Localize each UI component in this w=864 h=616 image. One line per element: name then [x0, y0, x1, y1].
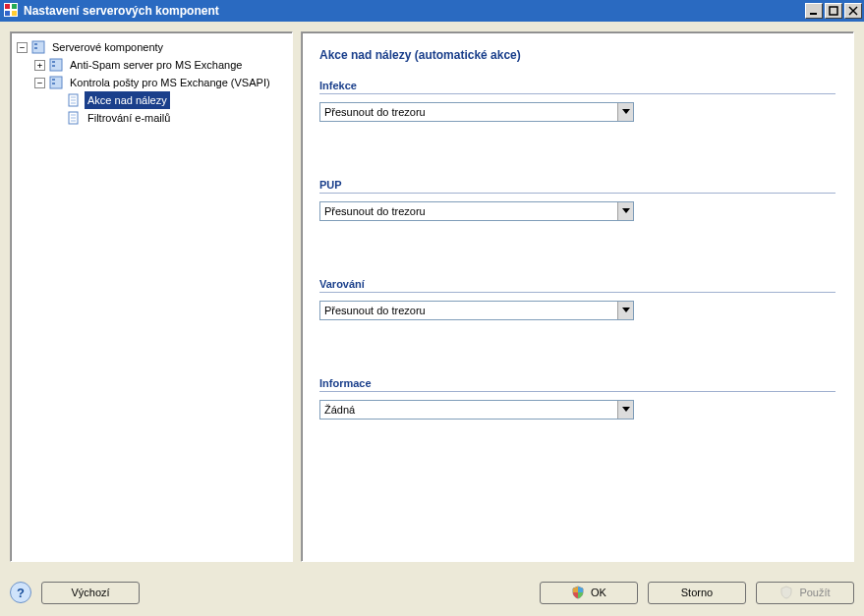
tree-node-root[interactable]: − Serverové komponenty	[17, 38, 290, 56]
cancel-button[interactable]: Storno	[648, 582, 746, 604]
component-icon	[30, 39, 46, 55]
app-icon	[4, 3, 20, 19]
select-info[interactable]: Žádná	[319, 400, 634, 420]
svg-rect-5	[34, 43, 37, 45]
collapse-icon[interactable]: −	[17, 42, 28, 53]
group-infection: Infekce Přesunout do trezoru	[319, 80, 835, 122]
main-panel: Akce nad nálezy (automatické akce) Infek…	[301, 31, 854, 562]
component-icon	[48, 57, 64, 73]
tree-node-actions[interactable]: Akce nad nálezy	[52, 91, 290, 109]
svg-rect-11	[52, 79, 55, 81]
tree-label-root: Serverové komponenty	[49, 38, 166, 56]
tree-label-filter: Filtrování e-mailů	[85, 109, 173, 127]
default-button[interactable]: Výchozí	[41, 582, 140, 604]
tree-node-antispam[interactable]: + Anti-Spam server pro MS Exchange	[34, 56, 290, 74]
shield-icon	[571, 586, 585, 599]
svg-rect-1	[830, 7, 837, 15]
tree-label-vsapi: Kontrola pošty pro MS Exchange (VSAPI)	[67, 74, 273, 91]
svg-rect-4	[32, 41, 44, 53]
component-icon	[48, 75, 64, 90]
tree-node-vsapi[interactable]: − Kontrola pošty pro MS Exchange (VSAPI)	[34, 74, 290, 91]
tree-node-filter[interactable]: Filtrování e-mailů	[52, 109, 290, 127]
group-label-warning: Varování	[319, 278, 835, 293]
apply-button[interactable]: Použít	[756, 582, 854, 604]
expand-icon[interactable]: +	[34, 60, 45, 71]
main-title: Akce nad nálezy (automatické akce)	[319, 48, 835, 62]
tree-panel: − Serverové komponenty +	[10, 31, 293, 562]
apply-button-label: Použít	[799, 587, 830, 598]
window-titlebar: Nastavení serverových komponent	[0, 0, 864, 22]
group-info: Informace Žádná	[319, 377, 835, 420]
shield-icon	[779, 586, 793, 599]
select-pup-value: Přesunout do trezoru	[320, 205, 617, 217]
group-pup: PUP Přesunout do trezoru	[319, 179, 835, 221]
select-warning-value: Přesunout do trezoru	[320, 305, 617, 316]
group-warning: Varování Přesunout do trezoru	[319, 278, 835, 320]
ok-button[interactable]: OK	[540, 582, 638, 604]
page-icon	[66, 110, 82, 126]
select-info-value: Žádná	[320, 404, 617, 416]
close-button[interactable]	[844, 3, 862, 19]
window-buttons	[805, 3, 862, 19]
svg-rect-6	[34, 47, 37, 49]
select-warning[interactable]: Přesunout do trezoru	[319, 301, 634, 320]
chevron-down-icon[interactable]	[617, 401, 633, 419]
tree-label-actions: Akce nad nálezy	[85, 91, 170, 109]
chevron-down-icon[interactable]	[617, 302, 633, 319]
ok-button-label: OK	[591, 587, 606, 598]
svg-rect-12	[52, 83, 55, 84]
svg-marker-23	[622, 308, 630, 312]
help-button[interactable]: ?	[10, 582, 31, 603]
svg-rect-7	[50, 59, 62, 71]
dialog-footer: ? Výchozí OK Storno Použít	[10, 579, 854, 606]
select-infection[interactable]: Přesunout do trezoru	[319, 102, 634, 122]
no-expander	[52, 113, 63, 124]
minimize-button[interactable]	[805, 3, 823, 19]
svg-marker-24	[622, 407, 630, 412]
select-infection-value: Přesunout do trezoru	[320, 106, 617, 118]
maximize-button[interactable]	[825, 3, 842, 19]
group-label-pup: PUP	[319, 179, 835, 194]
svg-marker-22	[622, 208, 630, 213]
svg-marker-21	[622, 109, 630, 114]
select-pup[interactable]: Přesunout do trezoru	[319, 201, 634, 221]
cancel-button-label: Storno	[681, 587, 713, 598]
no-expander	[52, 95, 63, 106]
page-icon	[66, 92, 82, 108]
default-button-label: Výchozí	[71, 587, 109, 598]
chevron-down-icon[interactable]	[617, 202, 633, 220]
component-tree[interactable]: − Serverové komponenty +	[15, 38, 290, 127]
chevron-down-icon[interactable]	[617, 103, 633, 121]
group-label-info: Informace	[319, 377, 835, 392]
tree-label-antispam: Anti-Spam server pro MS Exchange	[67, 56, 245, 74]
group-label-infection: Infekce	[319, 80, 835, 94]
svg-rect-10	[50, 77, 62, 88]
svg-rect-9	[52, 65, 55, 67]
window-title: Nastavení serverových komponent	[24, 4, 219, 18]
svg-rect-8	[52, 61, 55, 63]
collapse-icon[interactable]: −	[34, 78, 45, 88]
